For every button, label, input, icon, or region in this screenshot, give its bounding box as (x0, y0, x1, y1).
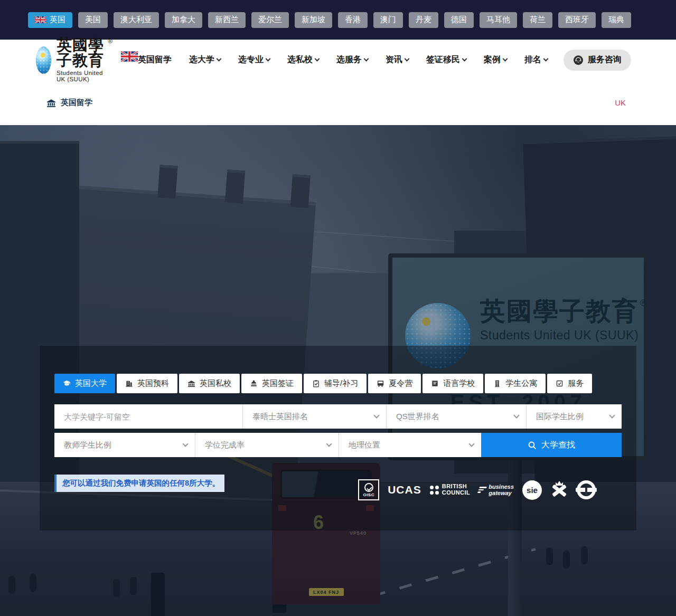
tab-label: 英国预科 (137, 378, 169, 388)
staff-student-ratio-select[interactable]: 教师学生比例 (54, 433, 195, 457)
main-nav: 英国留学 选大学 选专业 选私校 选服务 资讯 签证移民 案例 排名 (138, 54, 548, 65)
country-label: 英国 (50, 15, 65, 25)
chevron-down-icon (462, 56, 467, 62)
country-tab[interactable]: 加拿大 (165, 12, 202, 28)
tab-label: 英国签证 (262, 378, 294, 388)
country-tab[interactable]: 德国 (444, 12, 474, 28)
uk-flag-icon (118, 59, 138, 62)
nav-item-universities[interactable]: 选大学 (189, 54, 221, 65)
nav-label: 资讯 (386, 54, 402, 65)
nav-item-cases[interactable]: 案例 (484, 54, 507, 65)
nav-item-services[interactable]: 选服务 (336, 54, 368, 65)
site-logo[interactable]: 英國學子教育 ® Students United UK (SUUK) (36, 37, 138, 82)
country-tab[interactable]: 丹麦 (409, 12, 438, 28)
nav-label: 选私校 (287, 54, 313, 65)
intl-student-ratio-select[interactable]: 国际学生比例 (526, 404, 622, 429)
university-search-button[interactable]: 大学查找 (481, 433, 622, 457)
nav-label: 案例 (484, 54, 501, 65)
oisc-logo: OISC (358, 479, 379, 500)
nav-label: 选大学 (189, 54, 214, 65)
country-tab[interactable]: 澳门 (373, 12, 403, 28)
country-tab-uk[interactable]: 英国 (28, 12, 72, 28)
chevron-down-icon (405, 56, 410, 62)
breadcrumb[interactable]: 英国留学 (46, 98, 92, 108)
keyword-field (54, 404, 242, 429)
business-gateway-logo: business gateway (478, 484, 514, 496)
nav-label: 英国留学 (138, 54, 172, 65)
university-keyword-input[interactable] (64, 404, 235, 429)
tab-uk-foundation[interactable]: 英国预科 (117, 374, 177, 393)
nav-label: 排名 (524, 54, 541, 65)
country-tab[interactable]: 美国 (78, 12, 108, 28)
country-tab[interactable]: 西班牙 (558, 12, 596, 28)
saltire-crown-icon (550, 481, 568, 499)
country-tab[interactable]: 澳大利亚 (114, 12, 159, 28)
country-label: 新加坡 (302, 15, 325, 25)
visa-stamp-icon (250, 380, 258, 387)
page: 英国 美国 澳大利亚 加拿大 新西兰 爱尔兰 新加坡 香港 澳门 丹麦 德国 马… (0, 0, 676, 616)
qs-ranking-select[interactable]: QS世界排名 (386, 404, 526, 429)
site-header: 英國學子教育 ® Students United UK (SUUK) 英国留学 … (0, 40, 676, 80)
tab-uk-university[interactable]: 英国大学 (54, 374, 115, 393)
search-tabs: 英国大学 英国预科 英国私校 英国签证 辅导/补习 (54, 374, 592, 393)
country-label: 澳大利亚 (120, 15, 152, 25)
country-label: 荷兰 (530, 15, 546, 25)
country-label: 美国 (85, 15, 101, 25)
bank-icon (187, 380, 195, 387)
nav-item-uk-study[interactable]: 英国留学 (138, 54, 172, 65)
uk-link[interactable]: UK (615, 98, 626, 107)
uk-flag-icon (35, 16, 46, 23)
breadcrumb-row: 英国留学 UK (0, 80, 676, 125)
country-tab[interactable]: 荷兰 (523, 12, 552, 28)
service-consult-button[interactable]: 服务咨询 (564, 50, 631, 71)
hero-section: 6 VP540 LX04 FNJ 英國學子教育 ® Students Unite… (0, 125, 676, 616)
globe-logo-icon (36, 46, 51, 74)
nav-item-news[interactable]: 资讯 (386, 54, 409, 65)
tab-language-school[interactable]: 语言学校 (422, 374, 483, 393)
bg-swoosh-icon (477, 487, 487, 493)
country-tab[interactable]: 马耳他 (480, 12, 517, 28)
country-label: 新西兰 (215, 15, 239, 25)
nav-label: 选专业 (238, 54, 264, 65)
country-tab[interactable]: 瑞典 (602, 12, 631, 28)
country-label: 马耳他 (486, 15, 510, 25)
country-tab[interactable]: 新加坡 (295, 12, 332, 28)
chevron-down-icon (217, 56, 222, 62)
nav-label: 签证移民 (426, 54, 460, 65)
select-value: 国际学生比例 (536, 412, 584, 422)
roundel-icon (577, 480, 596, 499)
country-label: 西班牙 (565, 15, 589, 25)
tab-uk-private-school[interactable]: 英国私校 (179, 374, 240, 393)
nav-item-rankings[interactable]: 排名 (524, 54, 548, 65)
tab-label: 服务 (568, 378, 584, 388)
country-bar: 英国 美国 澳大利亚 加拿大 新西兰 爱尔兰 新加坡 香港 澳门 丹麦 德国 马… (0, 0, 676, 40)
tab-summer-camp[interactable]: 夏令营 (368, 374, 421, 393)
nav-item-majors[interactable]: 选专业 (238, 54, 270, 65)
chevron-down-icon (513, 412, 519, 418)
country-label: 瑞典 (608, 15, 624, 25)
completion-rate-select[interactable]: 学位完成率 (195, 433, 339, 457)
country-tab[interactable]: 新西兰 (208, 12, 246, 28)
nav-item-private-schools[interactable]: 选私校 (287, 54, 319, 65)
chevron-down-icon (543, 56, 549, 62)
tab-student-apartment[interactable]: 学生公寓 (485, 374, 546, 393)
nav-label: 选服务 (336, 54, 362, 65)
british-council-logo: BRITISH COUNCIL (430, 484, 471, 496)
chevron-down-icon (182, 441, 188, 447)
building-icon (125, 380, 133, 387)
logo-text: 英國學子教育 ® Students United UK (SUUK) (57, 37, 112, 82)
nav-item-visa-immigration[interactable]: 签证移民 (426, 54, 466, 65)
country-tab[interactable]: 爱尔兰 (251, 12, 289, 28)
chevron-down-icon (315, 56, 320, 62)
country-tab[interactable]: 香港 (338, 12, 368, 28)
tab-services[interactable]: 服务 (547, 374, 592, 393)
ucas-logo: UCAS (388, 484, 421, 496)
search-button-label: 大学查找 (541, 440, 575, 451)
tab-uk-visa[interactable]: 英国签证 (241, 374, 302, 393)
select-value: 地理位置 (349, 440, 380, 450)
tab-tutoring[interactable]: 辅导/补习 (304, 374, 367, 393)
tab-label: 夏令营 (389, 378, 412, 388)
bank-icon (46, 98, 56, 108)
times-ranking-select[interactable]: 泰晤士英国排名 (242, 404, 386, 429)
location-select[interactable]: 地理位置 (339, 433, 481, 457)
